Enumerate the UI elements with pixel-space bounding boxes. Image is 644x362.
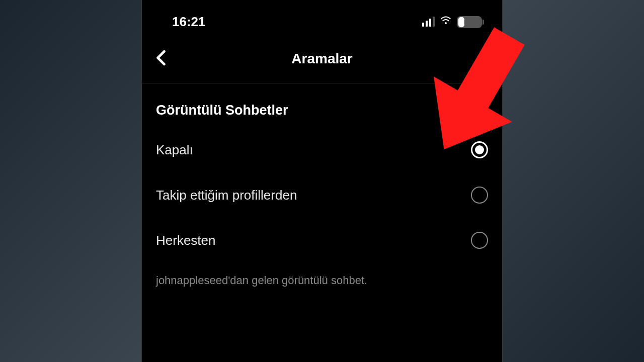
battery-percent: 27 (465, 18, 474, 26)
radio-icon (471, 187, 488, 204)
option-label: Takip ettiğim profillerden (156, 188, 297, 203)
status-indicators: 27 (422, 14, 482, 30)
status-time: 16:21 (172, 14, 206, 30)
option-following[interactable]: Takip ettiğim profillerden (142, 172, 502, 218)
radio-icon (471, 232, 488, 249)
nav-header: Aramalar (142, 35, 502, 83)
cellular-signal-icon (422, 18, 435, 27)
section-footer: johnappleseed'dan gelen görüntülü sohbet… (142, 263, 502, 298)
option-label: Herkesten (156, 233, 216, 248)
option-everyone[interactable]: Herkesten (142, 218, 502, 263)
status-bar: 16:21 27 (142, 0, 502, 35)
option-label: Kapalı (156, 142, 193, 158)
wifi-icon (440, 14, 452, 30)
option-off[interactable]: Kapalı (142, 127, 502, 172)
section-title: Görüntülü Sohbetler (142, 83, 502, 127)
radio-icon (471, 141, 488, 158)
back-button[interactable] (156, 50, 166, 68)
page-title: Aramalar (291, 51, 352, 67)
battery-icon: 27 (457, 16, 482, 28)
phone-frame: 16:21 27 Aramalar Görüntülü Sohbetler Ka… (141, 0, 503, 362)
